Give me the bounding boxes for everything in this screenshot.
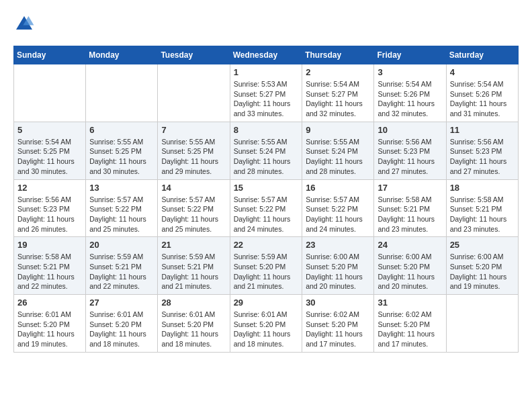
calendar-cell: 18Sunrise: 5:58 AM Sunset: 5:21 PM Dayli… — [446, 179, 518, 237]
day-number: 5 — [17, 125, 82, 135]
day-number: 4 — [450, 67, 515, 77]
day-info: Sunrise: 6:00 AM Sunset: 5:20 PM Dayligh… — [306, 252, 370, 291]
day-number: 24 — [378, 240, 442, 250]
day-number: 10 — [378, 125, 442, 135]
calendar-cell: 29Sunrise: 6:01 AM Sunset: 5:20 PM Dayli… — [230, 295, 302, 353]
day-info: Sunrise: 5:54 AM Sunset: 5:26 PM Dayligh… — [378, 79, 442, 119]
day-info: Sunrise: 6:02 AM Sunset: 5:20 PM Dayligh… — [378, 310, 442, 349]
day-number: 20 — [89, 240, 154, 250]
calendar-week-row: 19Sunrise: 5:58 AM Sunset: 5:21 PM Dayli… — [14, 237, 519, 295]
day-number: 14 — [161, 183, 226, 193]
day-number: 30 — [306, 298, 370, 308]
day-number: 6 — [89, 125, 154, 135]
day-info: Sunrise: 6:01 AM Sunset: 5:20 PM Dayligh… — [89, 310, 154, 349]
day-info: Sunrise: 5:54 AM Sunset: 5:26 PM Dayligh… — [450, 79, 515, 119]
day-info: Sunrise: 5:57 AM Sunset: 5:22 PM Dayligh… — [161, 195, 226, 234]
day-number: 12 — [17, 183, 82, 193]
day-info: Sunrise: 5:57 AM Sunset: 5:22 PM Dayligh… — [234, 195, 299, 234]
day-info: Sunrise: 6:01 AM Sunset: 5:20 PM Dayligh… — [161, 310, 226, 349]
calendar-cell: 3Sunrise: 5:54 AM Sunset: 5:26 PM Daylig… — [374, 64, 446, 122]
calendar-cell: 22Sunrise: 5:59 AM Sunset: 5:20 PM Dayli… — [230, 237, 302, 295]
day-number: 19 — [17, 240, 82, 250]
day-info: Sunrise: 5:59 AM Sunset: 5:21 PM Dayligh… — [161, 252, 226, 291]
calendar-cell: 31Sunrise: 6:02 AM Sunset: 5:20 PM Dayli… — [374, 295, 446, 353]
calendar-cell: 13Sunrise: 5:57 AM Sunset: 5:22 PM Dayli… — [86, 179, 158, 237]
day-info: Sunrise: 5:55 AM Sunset: 5:24 PM Dayligh… — [234, 137, 299, 177]
calendar-cell: 10Sunrise: 5:56 AM Sunset: 5:23 PM Dayli… — [374, 122, 446, 179]
calendar-cell: 8Sunrise: 5:55 AM Sunset: 5:24 PM Daylig… — [230, 122, 302, 179]
day-info: Sunrise: 5:54 AM Sunset: 5:27 PM Dayligh… — [306, 79, 370, 119]
calendar-week-row: 5Sunrise: 5:54 AM Sunset: 5:25 PM Daylig… — [14, 122, 519, 179]
day-info: Sunrise: 5:56 AM Sunset: 5:23 PM Dayligh… — [378, 137, 442, 177]
calendar-table: SundayMondayTuesdayWednesdayThursdayFrid… — [13, 46, 519, 353]
logo — [13, 13, 38, 35]
day-number: 21 — [161, 240, 226, 250]
calendar-header-row: SundayMondayTuesdayWednesdayThursdayFrid… — [14, 46, 519, 64]
day-number: 3 — [378, 67, 442, 77]
day-info: Sunrise: 6:00 AM Sunset: 5:20 PM Dayligh… — [450, 252, 515, 291]
calendar-cell: 12Sunrise: 5:56 AM Sunset: 5:23 PM Dayli… — [14, 179, 86, 237]
calendar-cell: 19Sunrise: 5:58 AM Sunset: 5:21 PM Dayli… — [14, 237, 86, 295]
day-number: 31 — [378, 298, 442, 308]
day-number: 25 — [450, 240, 515, 250]
day-number: 9 — [306, 125, 370, 135]
day-info: Sunrise: 5:55 AM Sunset: 5:25 PM Dayligh… — [89, 137, 154, 177]
calendar-cell — [158, 64, 230, 122]
day-info: Sunrise: 5:57 AM Sunset: 5:22 PM Dayligh… — [306, 195, 370, 234]
calendar-cell: 16Sunrise: 5:57 AM Sunset: 5:22 PM Dayli… — [302, 179, 374, 237]
day-number: 17 — [378, 183, 442, 193]
calendar-day-header: Sunday — [14, 46, 86, 64]
day-number: 26 — [17, 298, 82, 308]
day-info: Sunrise: 5:59 AM Sunset: 5:20 PM Dayligh… — [234, 252, 299, 291]
calendar-cell: 15Sunrise: 5:57 AM Sunset: 5:22 PM Dayli… — [230, 179, 302, 237]
calendar-cell: 26Sunrise: 6:01 AM Sunset: 5:20 PM Dayli… — [14, 295, 86, 353]
day-info: Sunrise: 5:58 AM Sunset: 5:21 PM Dayligh… — [17, 252, 82, 291]
calendar-cell — [86, 64, 158, 122]
day-info: Sunrise: 6:01 AM Sunset: 5:20 PM Dayligh… — [17, 310, 82, 349]
calendar-week-row: 26Sunrise: 6:01 AM Sunset: 5:20 PM Dayli… — [14, 295, 519, 353]
calendar-cell — [14, 64, 86, 122]
calendar-cell: 5Sunrise: 5:54 AM Sunset: 5:25 PM Daylig… — [14, 122, 86, 179]
calendar-day-header: Monday — [86, 46, 158, 64]
calendar-cell: 6Sunrise: 5:55 AM Sunset: 5:25 PM Daylig… — [86, 122, 158, 179]
day-number: 16 — [306, 183, 370, 193]
calendar-cell: 17Sunrise: 5:58 AM Sunset: 5:21 PM Dayli… — [374, 179, 446, 237]
day-number: 7 — [161, 125, 226, 135]
day-number: 8 — [234, 125, 299, 135]
day-info: Sunrise: 5:56 AM Sunset: 5:23 PM Dayligh… — [450, 137, 515, 177]
day-number: 23 — [306, 240, 370, 250]
calendar-week-row: 12Sunrise: 5:56 AM Sunset: 5:23 PM Dayli… — [14, 179, 519, 237]
day-number: 15 — [234, 183, 299, 193]
day-info: Sunrise: 5:57 AM Sunset: 5:22 PM Dayligh… — [89, 195, 154, 234]
calendar-day-header: Friday — [374, 46, 446, 64]
calendar-day-header: Thursday — [302, 46, 374, 64]
day-number: 2 — [306, 67, 370, 77]
calendar-day-header: Tuesday — [158, 46, 230, 64]
calendar-cell: 4Sunrise: 5:54 AM Sunset: 5:26 PM Daylig… — [446, 64, 518, 122]
day-number: 1 — [234, 67, 299, 77]
calendar-cell: 1Sunrise: 5:53 AM Sunset: 5:27 PM Daylig… — [230, 64, 302, 122]
calendar-day-header: Saturday — [446, 46, 518, 64]
day-number: 13 — [89, 183, 154, 193]
calendar-cell: 7Sunrise: 5:55 AM Sunset: 5:25 PM Daylig… — [158, 122, 230, 179]
calendar-cell: 2Sunrise: 5:54 AM Sunset: 5:27 PM Daylig… — [302, 64, 374, 122]
day-number: 18 — [450, 183, 515, 193]
calendar-cell: 28Sunrise: 6:01 AM Sunset: 5:20 PM Dayli… — [158, 295, 230, 353]
calendar-cell: 23Sunrise: 6:00 AM Sunset: 5:20 PM Dayli… — [302, 237, 374, 295]
day-number: 29 — [234, 298, 299, 308]
day-info: Sunrise: 5:53 AM Sunset: 5:27 PM Dayligh… — [234, 79, 299, 119]
day-info: Sunrise: 5:59 AM Sunset: 5:21 PM Dayligh… — [89, 252, 154, 291]
day-number: 27 — [89, 298, 154, 308]
calendar-week-row: 1Sunrise: 5:53 AM Sunset: 5:27 PM Daylig… — [14, 64, 519, 122]
calendar-cell: 24Sunrise: 6:00 AM Sunset: 5:20 PM Dayli… — [374, 237, 446, 295]
day-number: 11 — [450, 125, 515, 135]
calendar-day-header: Wednesday — [230, 46, 302, 64]
calendar-cell: 21Sunrise: 5:59 AM Sunset: 5:21 PM Dayli… — [158, 237, 230, 295]
day-number: 28 — [161, 298, 226, 308]
day-number: 22 — [234, 240, 299, 250]
day-info: Sunrise: 5:55 AM Sunset: 5:24 PM Dayligh… — [306, 137, 370, 177]
calendar-cell: 30Sunrise: 6:02 AM Sunset: 5:20 PM Dayli… — [302, 295, 374, 353]
calendar-cell: 25Sunrise: 6:00 AM Sunset: 5:20 PM Dayli… — [446, 237, 518, 295]
day-info: Sunrise: 6:00 AM Sunset: 5:20 PM Dayligh… — [378, 252, 442, 291]
logo-icon — [13, 13, 35, 35]
